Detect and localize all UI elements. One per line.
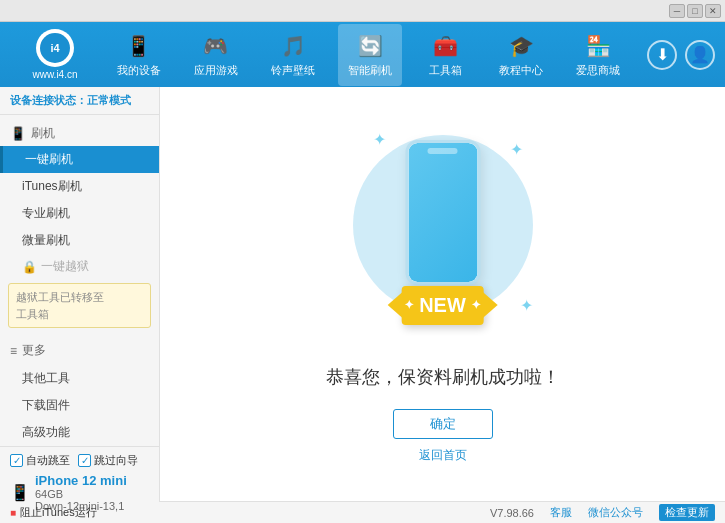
store-icon: 🏪: [584, 32, 612, 60]
jailbreak-label: 一键越狱: [41, 258, 89, 275]
sidebar-other-tools[interactable]: 其他工具: [0, 365, 159, 392]
logo-inner: i4: [40, 33, 70, 63]
download-button[interactable]: ⬇: [647, 40, 677, 70]
close-button[interactable]: ✕: [705, 4, 721, 18]
nav-tutorial[interactable]: 🎓 教程中心: [489, 24, 553, 86]
nav-smart-flash-label: 智能刷机: [348, 63, 392, 78]
nav-smart-flash[interactable]: 🔄 智能刷机: [338, 24, 402, 86]
app-game-icon: 🎮: [202, 32, 230, 60]
nav-app-game[interactable]: 🎮 应用游戏: [184, 24, 248, 86]
new-badge-text: NEW: [419, 294, 466, 316]
device-name: iPhone 12 mini: [35, 473, 127, 488]
guide-check[interactable]: [78, 454, 91, 467]
smart-flash-icon: 🔄: [356, 32, 384, 60]
window-controls[interactable]: ─ □ ✕: [669, 4, 721, 18]
phone-illustration: ✦ ✦ ✦ ✦ NEW ✦: [343, 125, 543, 345]
flash-section-label: 刷机: [31, 125, 55, 142]
nav-my-device-label: 我的设备: [117, 63, 161, 78]
nav-toolbox[interactable]: 🧰 工具箱: [416, 24, 476, 86]
version-text: V7.98.66: [490, 507, 534, 519]
nav-app-game-label: 应用游戏: [194, 63, 238, 78]
jailbreak-note-text: 越狱工具已转移至工具箱: [16, 291, 104, 320]
other-tools-label: 其他工具: [22, 371, 70, 385]
sidebar-itunes-flash[interactable]: iTunes刷机: [0, 173, 159, 200]
nav-store[interactable]: 🏪 爱思商城: [566, 24, 630, 86]
sparkle-2: ✦: [510, 140, 523, 159]
phone-shape: [405, 140, 480, 285]
header-right: ⬇ 👤: [647, 40, 715, 70]
device-status: 设备连接状态：正常模式: [0, 87, 159, 115]
star-left-icon: ✦: [404, 298, 414, 312]
nav-toolbox-label: 工具箱: [429, 63, 462, 78]
sidebar-advanced[interactable]: 高级功能: [0, 419, 159, 446]
nav-ringtone-label: 铃声壁纸: [271, 63, 315, 78]
logo-area: i4 www.i4.cn: [10, 29, 100, 80]
more-section-header: ≡ 更多: [0, 336, 159, 365]
nav-items: 📱 我的设备 🎮 应用游戏 🎵 铃声壁纸 🔄 智能刷机 🧰 工具箱 🎓 教程中心…: [100, 24, 637, 86]
sidebar: 设备连接状态：正常模式 📱 刷机 一键刷机 iTunes刷机 专业刷机 微量刷机…: [0, 87, 160, 501]
status-label: 设备连接状态：: [10, 94, 87, 106]
advanced-label: 高级功能: [22, 425, 70, 439]
confirm-button[interactable]: 确定: [393, 409, 493, 439]
sidebar-onekey-flash[interactable]: 一键刷机: [0, 146, 159, 173]
device-checkboxes: 自动跳至 跳过向导: [10, 453, 149, 468]
logo-url: www.i4.cn: [32, 69, 77, 80]
download-firmware-label: 下载固件: [22, 398, 70, 412]
lock-icon: 🔒: [22, 260, 37, 274]
pro-flash-label: 专业刷机: [22, 206, 70, 220]
phone-screen: [408, 143, 477, 282]
save-flash-label: 微量刷机: [22, 233, 70, 247]
tutorial-icon: 🎓: [507, 32, 535, 60]
sidebar-download-firmware[interactable]: 下载固件: [0, 392, 159, 419]
flash-section-icon: 📱: [10, 126, 26, 141]
logo-text: i4: [50, 42, 59, 54]
minimize-button[interactable]: ─: [669, 4, 685, 18]
sparkle-1: ✦: [373, 130, 386, 149]
nav-my-device[interactable]: 📱 我的设备: [107, 24, 171, 86]
nav-store-label: 爱思商城: [576, 63, 620, 78]
title-bar: ─ □ ✕: [0, 0, 725, 22]
maximize-button[interactable]: □: [687, 4, 703, 18]
status-value: 正常模式: [87, 94, 131, 106]
logo-circle: i4: [36, 29, 74, 67]
phone-notch: [428, 148, 458, 154]
star-right-icon: ✦: [471, 298, 481, 312]
sidebar-pro-flash[interactable]: 专业刷机: [0, 200, 159, 227]
device-storage: 64GB: [35, 488, 127, 500]
auto-jump-checkbox[interactable]: 自动跳至: [10, 453, 70, 468]
toolbox-icon: 🧰: [432, 32, 460, 60]
guide-label: 跳过向导: [94, 453, 138, 468]
main-content: ✦ ✦ ✦ ✦ NEW ✦ 恭喜您，保资料刷机成功啦！ 确定 返回首页: [160, 87, 725, 501]
new-badge: ✦ NEW ✦: [401, 286, 484, 325]
guide-checkbox[interactable]: 跳过向导: [78, 453, 138, 468]
flash-section-header: 📱 刷机: [0, 121, 159, 146]
stop-icon: ■: [10, 507, 16, 518]
header: i4 www.i4.cn 📱 我的设备 🎮 应用游戏 🎵 铃声壁纸 🔄 智能刷机…: [0, 22, 725, 87]
congrats-text: 恭喜您，保资料刷机成功啦！: [326, 365, 560, 389]
nav-tutorial-label: 教程中心: [499, 63, 543, 78]
bottom-bar-right: V7.98.66 客服 微信公众号 检查更新: [490, 504, 715, 521]
wechat-link[interactable]: 微信公众号: [588, 505, 643, 520]
main-area: 设备连接状态：正常模式 📱 刷机 一键刷机 iTunes刷机 专业刷机 微量刷机…: [0, 87, 725, 501]
ringtone-icon: 🎵: [279, 32, 307, 60]
device-icon: 📱: [125, 32, 153, 60]
sidebar-save-flash[interactable]: 微量刷机: [0, 227, 159, 254]
more-label: 更多: [22, 342, 46, 359]
auto-jump-label: 自动跳至: [26, 453, 70, 468]
onekey-flash-label: 一键刷机: [25, 152, 73, 166]
bottom-bar-left: ■ 阻止iTunes运行: [10, 505, 97, 520]
itunes-label[interactable]: 阻止iTunes运行: [20, 505, 97, 520]
itunes-flash-label: iTunes刷机: [22, 179, 82, 193]
nav-ringtone[interactable]: 🎵 铃声壁纸: [261, 24, 325, 86]
sparkle-3: ✦: [520, 296, 533, 315]
user-button[interactable]: 👤: [685, 40, 715, 70]
device-phone-icon: 📱: [10, 483, 30, 502]
service-link[interactable]: 客服: [550, 505, 572, 520]
jailbreak-section: 🔒 一键越狱: [0, 254, 159, 279]
auto-jump-check[interactable]: [10, 454, 23, 467]
jailbreak-note: 越狱工具已转移至工具箱: [8, 283, 151, 328]
back-link[interactable]: 返回首页: [419, 447, 467, 464]
update-button[interactable]: 检查更新: [659, 504, 715, 521]
flash-section: 📱 刷机 一键刷机 iTunes刷机 专业刷机 微量刷机: [0, 121, 159, 254]
